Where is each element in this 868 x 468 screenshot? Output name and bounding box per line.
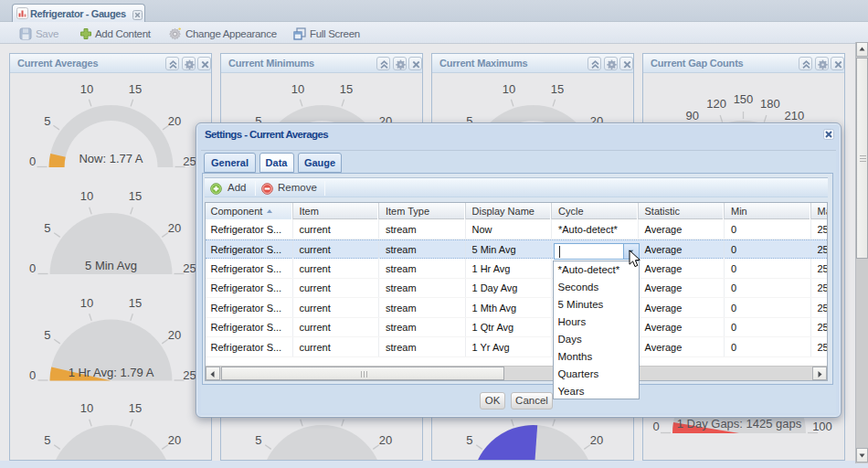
svg-text:5: 5 xyxy=(255,433,261,447)
svg-text:1 Day Gaps: 1425 gaps: 1 Day Gaps: 1425 gaps xyxy=(677,417,802,431)
svg-text:25: 25 xyxy=(183,368,196,382)
svg-text:120: 120 xyxy=(706,97,726,111)
svg-text:5: 5 xyxy=(44,221,50,235)
svg-text:150: 150 xyxy=(734,92,754,106)
svg-text:15: 15 xyxy=(129,401,142,415)
svg-text:20: 20 xyxy=(168,221,181,235)
svg-text:10: 10 xyxy=(291,82,304,96)
svg-text:25: 25 xyxy=(183,154,196,168)
svg-text:15: 15 xyxy=(340,82,353,96)
svg-text:15: 15 xyxy=(129,189,142,203)
svg-text:1 Hr Avg: 1.79 A: 1 Hr Avg: 1.79 A xyxy=(69,366,154,379)
svg-text:0: 0 xyxy=(29,261,36,275)
svg-text:25: 25 xyxy=(183,261,196,275)
svg-text:15: 15 xyxy=(129,82,142,96)
svg-text:5 Min Avg: 5 Min Avg xyxy=(85,259,137,272)
svg-text:0: 0 xyxy=(652,420,659,433)
svg-text:210: 210 xyxy=(784,109,804,122)
svg-text:10: 10 xyxy=(503,82,515,96)
svg-text:180: 180 xyxy=(760,97,780,111)
svg-text:5: 5 xyxy=(466,433,472,447)
svg-text:0: 0 xyxy=(29,154,36,168)
svg-text:20: 20 xyxy=(379,433,392,447)
svg-text:10: 10 xyxy=(80,189,93,203)
svg-text:20: 20 xyxy=(168,433,181,447)
svg-text:10: 10 xyxy=(80,82,93,96)
svg-text:90: 90 xyxy=(685,109,698,122)
svg-text:0: 0 xyxy=(29,368,36,382)
svg-text:5: 5 xyxy=(44,114,50,128)
svg-text:20: 20 xyxy=(590,433,603,447)
svg-text:Now: 1.77 A: Now: 1.77 A xyxy=(79,152,143,165)
svg-text:100: 100 xyxy=(812,420,832,433)
svg-text:10: 10 xyxy=(80,296,93,310)
svg-text:20: 20 xyxy=(168,328,181,342)
svg-text:5: 5 xyxy=(44,433,50,447)
svg-text:5: 5 xyxy=(44,328,50,342)
svg-text:15: 15 xyxy=(129,296,142,310)
svg-text:10: 10 xyxy=(80,401,93,415)
svg-text:15: 15 xyxy=(551,82,564,96)
svg-text:20: 20 xyxy=(168,114,181,128)
